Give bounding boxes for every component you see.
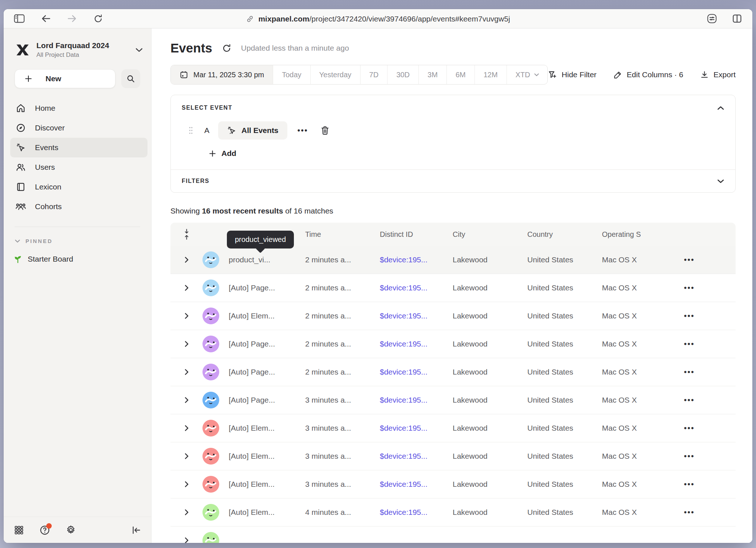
chevron-down-icon <box>135 47 143 52</box>
forward-icon[interactable] <box>67 14 77 23</box>
range-7d[interactable]: 7D <box>360 65 387 84</box>
event-tooltip: product_viewed <box>227 231 294 248</box>
trash-icon[interactable] <box>320 126 330 135</box>
search-button[interactable] <box>121 69 140 88</box>
table-row[interactable] <box>170 527 736 543</box>
cell-country: United States <box>527 424 602 432</box>
sidebar-item-cohorts[interactable]: Cohorts <box>10 197 147 216</box>
pinned-section-header[interactable]: PINNED <box>15 238 140 244</box>
settings-gear-icon[interactable] <box>66 525 76 535</box>
chevron-down-icon[interactable] <box>717 179 724 184</box>
export-button[interactable]: Export <box>700 70 736 79</box>
cell-distinct-id-link[interactable]: $device:195... <box>380 368 453 376</box>
sidebar-item-starter-board[interactable]: Starter Board <box>13 254 140 264</box>
sidebar-item-users[interactable]: Users <box>10 157 147 177</box>
new-button-label: New <box>46 74 61 83</box>
sidebar-item-label: Discover <box>35 124 65 132</box>
date-range-custom[interactable]: Mar 11, 2025 3:30 pm <box>171 65 273 84</box>
help-button[interactable] <box>39 525 50 536</box>
cell-distinct-id-link[interactable]: $device:195... <box>380 255 453 264</box>
cell-time: 2 minutes a... <box>305 368 380 376</box>
expand-row-icon[interactable] <box>170 453 202 460</box>
range-xtd[interactable]: XTD <box>507 65 548 84</box>
row-actions-button[interactable]: ••• <box>684 367 694 377</box>
new-button[interactable]: New <box>15 69 115 88</box>
sidebar-item-lexicon[interactable]: Lexicon <box>10 177 147 197</box>
hide-filter-button[interactable]: Hide Filter <box>548 70 596 79</box>
expand-row-icon[interactable] <box>170 256 202 263</box>
cell-os: Mac OS X <box>602 312 677 320</box>
sidebar-item-label: Users <box>35 163 55 172</box>
add-event-button[interactable]: Add <box>209 149 724 158</box>
cell-city: Lakewood <box>453 508 527 517</box>
row-actions-button[interactable]: ••• <box>684 480 694 489</box>
table-row[interactable]: [Auto] Elem... 3 minutes a... $device:19… <box>170 470 736 498</box>
sidebar-item-label: Home <box>35 104 55 113</box>
cell-distinct-id-link[interactable]: $device:195... <box>380 283 453 292</box>
expand-row-icon[interactable] <box>170 284 202 291</box>
expand-row-icon[interactable] <box>170 424 202 432</box>
sidebar-item-home[interactable]: Home <box>10 98 147 118</box>
range-30d[interactable]: 30D <box>387 65 418 84</box>
address-bar[interactable]: mixpanel.com/project/3472420/view/397469… <box>246 9 510 28</box>
page-settings-icon[interactable] <box>706 13 717 24</box>
table-row[interactable]: [Auto] Elem... 3 minutes a... $device:19… <box>170 414 736 442</box>
row-actions-button[interactable]: ••• <box>684 508 694 517</box>
refresh-icon[interactable] <box>222 43 232 53</box>
expand-row-icon[interactable] <box>170 537 202 543</box>
sidebar-toggle-icon[interactable] <box>14 14 25 23</box>
row-actions-button[interactable]: ••• <box>684 395 694 405</box>
expand-row-icon[interactable] <box>170 368 202 376</box>
row-actions-button[interactable]: ••• <box>684 311 694 321</box>
event-selector-chip[interactable]: All Events <box>218 121 287 140</box>
edit-columns-label: Edit Columns · 6 <box>627 70 683 79</box>
more-options-button[interactable]: ••• <box>298 126 308 135</box>
table-row[interactable]: [Auto] Page... 2 minutes a... $device:19… <box>170 330 736 358</box>
sidebar-item-events[interactable]: Events <box>10 138 147 157</box>
table-row[interactable]: [Auto] Elem... 4 minutes a... $device:19… <box>170 498 736 527</box>
row-actions-button[interactable]: ••• <box>684 339 694 349</box>
cell-distinct-id-link[interactable]: $device:195... <box>380 480 453 489</box>
cell-distinct-id-link[interactable]: $device:195... <box>380 452 453 461</box>
cell-distinct-id-link[interactable]: $device:195... <box>380 312 453 320</box>
cell-event-name: [Auto] Page... <box>229 340 305 348</box>
table-row[interactable]: [Auto] Page... 3 minutes a... $device:19… <box>170 386 736 414</box>
range-12m[interactable]: 12M <box>475 65 507 84</box>
edit-columns-button[interactable]: Edit Columns · 6 <box>613 70 683 79</box>
row-actions-button[interactable]: ••• <box>684 283 694 293</box>
expand-row-icon[interactable] <box>170 340 202 348</box>
cell-distinct-id-link[interactable]: $device:195... <box>380 340 453 348</box>
expand-row-icon[interactable] <box>170 396 202 404</box>
expand-row-icon[interactable] <box>170 509 202 516</box>
back-icon[interactable] <box>41 14 51 23</box>
reload-icon[interactable] <box>93 14 103 24</box>
chevron-up-icon[interactable] <box>717 106 724 110</box>
split-view-icon[interactable] <box>732 13 742 24</box>
project-switcher[interactable]: Lord Farquaad 2024 All Project Data <box>15 41 143 59</box>
cell-os: Mac OS X <box>602 452 677 461</box>
sidebar-nav: Home Discover Events <box>10 98 147 216</box>
drag-handle-icon[interactable] <box>188 126 193 135</box>
sort-updown-icon[interactable] <box>170 228 202 240</box>
cell-distinct-id-link[interactable]: $device:195... <box>380 508 453 517</box>
cell-distinct-id-link[interactable]: $device:195... <box>380 424 453 432</box>
table-row[interactable]: [Auto] Elem... 2 minutes a... $device:19… <box>170 302 736 330</box>
range-today[interactable]: Today <box>273 65 310 84</box>
range-yesterday[interactable]: Yesterday <box>310 65 360 84</box>
sidebar-item-discover[interactable]: Discover <box>10 118 147 138</box>
expand-row-icon[interactable] <box>170 481 202 488</box>
cell-distinct-id-link[interactable]: $device:195... <box>380 396 453 404</box>
table-row[interactable]: product_vi... 2 minutes a... $device:195… <box>170 246 736 274</box>
row-actions-button[interactable]: ••• <box>684 451 694 461</box>
collapse-sidebar-icon[interactable] <box>131 526 141 535</box>
row-actions-button[interactable]: ••• <box>684 255 694 265</box>
chevron-down-icon <box>15 239 20 243</box>
table-row[interactable]: [Auto] Page... 2 minutes a... $device:19… <box>170 274 736 302</box>
apps-grid-icon[interactable] <box>14 525 24 535</box>
table-row[interactable]: [Auto] Page... 2 minutes a... $device:19… <box>170 358 736 386</box>
table-row[interactable]: [Auto] Elem... 3 minutes a... $device:19… <box>170 442 736 470</box>
expand-row-icon[interactable] <box>170 312 202 320</box>
range-3m[interactable]: 3M <box>418 65 446 84</box>
range-6m[interactable]: 6M <box>446 65 475 84</box>
row-actions-button[interactable]: ••• <box>684 423 694 433</box>
